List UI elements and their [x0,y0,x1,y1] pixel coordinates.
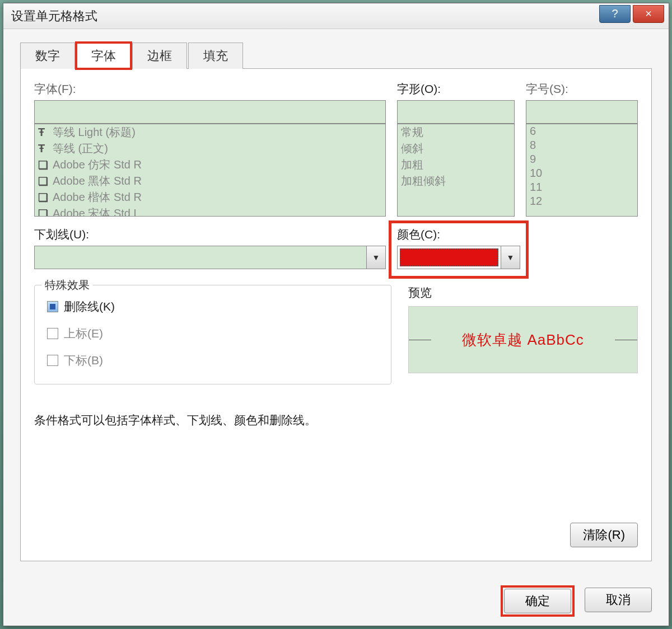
ok-button[interactable]: 确定 [504,589,571,613]
size-list-item[interactable]: 6 [526,124,637,138]
subscript-checkbox[interactable] [47,355,58,366]
style-list-item[interactable]: 加粗倾斜 [398,173,514,189]
font-list-item[interactable]: ❏Adobe 宋体 Std L [35,205,385,217]
superscript-row[interactable]: 上标(E) [45,320,381,347]
size-listbox[interactable]: 689101112 [526,124,638,217]
font-list-item[interactable]: ❏Adobe 仿宋 Std R [35,157,385,173]
style-listbox[interactable]: 常规倾斜加粗加粗倾斜 [397,124,515,217]
style-list-item[interactable]: 常规 [398,124,514,140]
dialog-footer: 确定 取消 [503,588,652,614]
chevron-down-icon[interactable]: ▼ [366,246,385,269]
tab-number[interactable]: 数字 [20,43,75,69]
close-icon: × [645,7,652,20]
font-list-item[interactable]: Ŧ等线 (正文) [35,140,385,157]
underline-label: 下划线(U): [34,227,386,242]
font-listbox[interactable]: Ŧ等线 Light (标题)Ŧ等线 (正文)❏Adobe 仿宋 Std R❏Ad… [34,124,386,217]
preview-text: 微软卓越 AaBbCc [462,330,584,350]
chevron-down-icon[interactable]: ▼ [501,246,520,269]
preview-label: 预览 [408,285,638,301]
font-type-icon: ❏ [38,158,49,172]
window-title: 设置单元格格式 [11,8,97,25]
font-input[interactable] [34,100,386,124]
subscript-row[interactable]: 下标(B) [45,347,381,374]
strikethrough-checkbox[interactable] [47,301,58,312]
tab-fill[interactable]: 填充 [188,43,243,69]
underline-combo[interactable]: ▼ [34,246,386,269]
size-input[interactable] [526,100,638,124]
tabstrip: 数字 字体 边框 填充 [20,43,652,69]
format-cells-dialog: 设置单元格格式 ? × 数字 字体 边框 填充 字体(F): Ŧ等线 Light… [3,3,669,626]
style-input[interactable] [397,100,515,124]
size-list-item[interactable]: 8 [526,138,637,152]
ok-button-highlight: 确定 [503,588,572,614]
color-swatch [400,248,498,266]
color-combo[interactable]: ▼ [397,246,520,269]
font-list-item[interactable]: ❏Adobe 楷体 Std R [35,189,385,205]
subscript-label: 下标(B) [64,353,103,368]
color-section-highlight: 颜色(C): ▼ [391,223,526,276]
superscript-label: 上标(E) [64,326,103,341]
font-panel: 字体(F): Ŧ等线 Light (标题)Ŧ等线 (正文)❏Adobe 仿宋 S… [20,69,652,561]
dialog-content: 数字 字体 边框 填充 字体(F): Ŧ等线 Light (标题)Ŧ等线 (正文… [3,29,669,572]
info-note: 条件格式可以包括字体样式、下划线、颜色和删除线。 [34,412,638,428]
color-label: 颜色(C): [397,227,520,242]
size-list-item[interactable]: 12 [526,194,637,208]
font-list-item[interactable]: ❏Adobe 黑体 Std R [35,173,385,189]
close-button[interactable]: × [633,5,664,23]
style-list-item[interactable]: 倾斜 [398,140,514,157]
effects-group: 特殊效果 删除线(K) 上标(E) 下标(B) [34,285,391,384]
size-label: 字号(S): [526,81,638,97]
tab-font[interactable]: 字体 [76,43,131,69]
size-list-item[interactable]: 9 [526,152,637,166]
strikethrough-row[interactable]: 删除线(K) [45,293,381,320]
preview-box: 微软卓越 AaBbCc [408,306,638,373]
strikethrough-label: 删除线(K) [64,299,115,314]
size-list-item[interactable]: 10 [526,166,637,180]
style-label: 字形(O): [397,81,515,97]
font-type-icon: ❏ [38,207,49,217]
help-icon: ? [612,7,618,20]
font-list-item[interactable]: Ŧ等线 Light (标题) [35,124,385,140]
font-type-icon: Ŧ [38,126,49,139]
cancel-button[interactable]: 取消 [585,588,652,612]
font-type-icon: ❏ [38,191,49,204]
clear-button[interactable]: 清除(R) [570,523,638,547]
superscript-checkbox[interactable] [47,328,58,339]
underline-value [35,246,366,269]
size-list-item[interactable]: 11 [526,180,637,194]
font-type-icon: ❏ [38,175,49,188]
tab-border[interactable]: 边框 [132,43,187,69]
font-label: 字体(F): [34,81,386,97]
style-list-item[interactable]: 加粗 [398,157,514,173]
help-button[interactable]: ? [599,5,631,23]
effects-group-title: 特殊效果 [41,278,93,293]
titlebar[interactable]: 设置单元格格式 ? × [3,3,669,29]
font-type-icon: Ŧ [38,142,49,155]
